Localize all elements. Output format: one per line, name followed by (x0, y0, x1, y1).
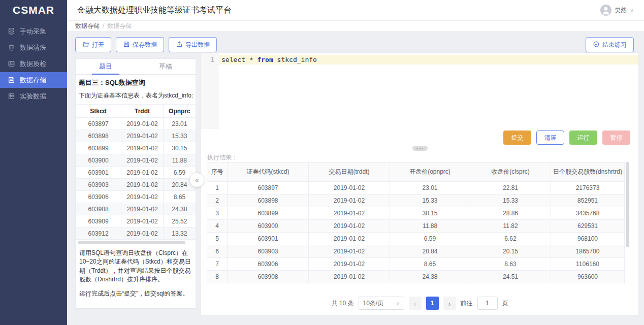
question-title: 题目三：SQL数据查询 (76, 75, 196, 89)
table-row: 6038972019-01-0223.01 (76, 118, 196, 130)
table-cell: 24.51 (470, 271, 551, 283)
table-cell: 20.84 (390, 245, 470, 258)
table-cell: 11.88 (163, 154, 196, 167)
finish-practice-label: 结束练习 (602, 41, 627, 49)
tab-draft[interactable]: 草稿 (136, 59, 196, 74)
table-row: 56039012019-01-026.596.62968100 (207, 233, 625, 245)
table-cell: 15.33 (390, 194, 470, 207)
table-cell: 30.15 (163, 142, 196, 154)
table-header-cell: 日个股交易股数(dnshrtrd) (551, 162, 625, 182)
table-cell: 603906 (76, 191, 121, 203)
table-cell: 852951 (551, 194, 625, 207)
table-row: 6039092019-01-0225.52 (76, 215, 196, 228)
chevron-right-icon: › (448, 299, 451, 308)
table-cell: 1106160 (551, 258, 625, 271)
table-cell: 968100 (551, 233, 625, 245)
page-size-select[interactable]: 10条/页 ∨ (359, 297, 404, 310)
next-page-button[interactable]: › (443, 297, 456, 310)
table-cell: 2019-01-02 (121, 118, 164, 130)
table-cell: 24.38 (390, 271, 470, 283)
server-icon (8, 92, 15, 100)
file-toolbar: 打开 保存数据 导出数据 (75, 37, 217, 52)
topbar: 金融大数据处理职业技能等级证书考试平台 昊然 ∨ (67, 0, 644, 21)
tab-question[interactable]: 题目 (76, 59, 136, 74)
sidebar-item-data-storage[interactable]: 数据存储 (0, 72, 67, 88)
breadcrumb-current: 数据存储 (107, 22, 132, 30)
table-cell: 603898 (76, 130, 121, 142)
table-cell: 1865700 (551, 245, 625, 258)
breadcrumb: 数据存储 / 数据存储 (67, 21, 644, 31)
page-number-button[interactable]: 1 (426, 297, 439, 310)
table-row: 16038972019-01-0223.0122.812176373 (207, 182, 625, 194)
table-row: 6039012019-01-026.59 (76, 167, 196, 179)
table-cell: 603909 (76, 215, 121, 228)
export-data-button[interactable]: 导出数据 (169, 37, 217, 52)
open-button[interactable]: 打开 (75, 37, 111, 52)
table-row: 86039082019-01-0224.3824.51963600 (207, 271, 625, 283)
sidebar-nav: 手动采集 数据清洗 数据质检 数据存储 (0, 20, 67, 104)
sql-code-line[interactable]: select * from stkcd_info (219, 55, 638, 64)
table-cell: 11.82 (470, 220, 551, 233)
vertical-scrollbar (626, 162, 630, 287)
breadcrumb-parent[interactable]: 数据存储 (75, 22, 100, 30)
sidebar-item-data-qc[interactable]: 数据质检 (0, 56, 67, 72)
chevron-down-icon: ∨ (630, 7, 634, 14)
table-cell: 15.33 (470, 194, 551, 207)
table-cell: 2019-01-02 (121, 228, 164, 240)
table-cell: 603897 (228, 182, 309, 194)
run-button[interactable]: 运行 (569, 131, 597, 145)
table-header-cell: 交易日期(trddt) (309, 162, 390, 182)
table-cell: 2019-01-02 (309, 182, 390, 194)
sidebar-item-experiment-data[interactable]: 实验数据 (0, 88, 67, 104)
table-row: 6038992019-01-0230.15 (76, 142, 196, 154)
sidebar-item-label: 实验数据 (20, 92, 46, 101)
table-header-cell: Opnprc (163, 105, 196, 118)
page-title: 金融大数据处理职业技能等级证书考试平台 (77, 5, 232, 16)
table-cell: 2019-01-02 (309, 207, 390, 220)
code-text: select * (221, 56, 257, 63)
question-requirement: 请用SQL语句查询日收盘价（Clsprc）在10~20之间的证券代码（Stkcd… (76, 245, 196, 284)
question-intro: 下面为证券基本信息表，表名为stkcd_info: (76, 89, 196, 104)
clear-screen-button[interactable]: 清屏 (536, 131, 564, 145)
clock-check-icon (593, 41, 600, 49)
prev-page-button[interactable]: ‹ (409, 297, 422, 310)
horizontal-scrollbar-thumb[interactable] (78, 241, 185, 244)
table-cell: 2019-01-02 (121, 142, 164, 154)
user-name: 昊然 (615, 6, 627, 15)
table-row: 6039082019-01-0224.38 (76, 203, 196, 215)
avatar (600, 5, 611, 16)
goto-page-input[interactable] (477, 297, 498, 310)
table-cell: 2019-01-02 (121, 179, 164, 191)
table-row: 6039002019-01-0211.88 (76, 154, 196, 167)
table-cell: 8 (207, 271, 228, 283)
table-cell: 8.65 (163, 191, 196, 203)
table-cell: 6 (207, 245, 228, 258)
sidebar-item-data-clean[interactable]: 数据清洗 (0, 40, 67, 55)
sql-editor[interactable]: 1 select * from stkcd_info (201, 53, 638, 129)
pause-button[interactable]: 暂停 (602, 131, 630, 145)
table-cell: 23.01 (163, 118, 196, 130)
table-cell: 603897 (76, 118, 121, 130)
table-cell: 8.65 (390, 258, 470, 271)
panel-splitter (201, 148, 638, 148)
save-data-button[interactable]: 保存数据 (116, 37, 164, 52)
table-row: 6038982019-01-0215.33 (76, 130, 196, 142)
table-cell: 11.88 (390, 220, 470, 233)
sidebar-item-label: 数据质检 (20, 59, 46, 69)
collapse-panel-handle[interactable]: « (190, 173, 204, 187)
table-cell: 4 (207, 220, 228, 233)
table-header-cell: Trddt (121, 105, 164, 118)
finish-practice-button[interactable]: 结束练习 (586, 37, 634, 52)
vertical-scrollbar-thumb[interactable] (626, 162, 629, 247)
splitter-drag-handle[interactable] (412, 146, 428, 151)
result-table: 序号证券代码(stkcd)交易日期(trddt)开盘价(opnprc)收盘价(c… (207, 162, 625, 283)
table-cell: 20.15 (470, 245, 551, 258)
sidebar-item-manual-collect[interactable]: 手动采集 (0, 23, 67, 39)
table-header-cell: 序号 (207, 162, 228, 182)
table-cell: 2019-01-02 (309, 258, 390, 271)
submit-button[interactable]: 提交 (503, 131, 531, 145)
table-cell: 2 (207, 194, 228, 207)
table-header-row: StkcdTrddtOpnprc (76, 105, 196, 118)
table-cell: 3435768 (551, 207, 625, 220)
user-menu[interactable]: 昊然 ∨ (600, 5, 634, 16)
